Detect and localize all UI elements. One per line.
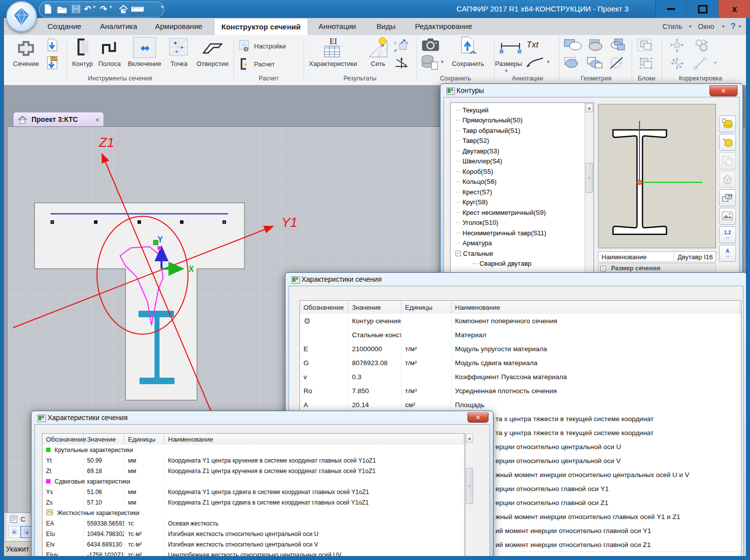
tree-item[interactable]: Кольцо(S6) bbox=[456, 177, 496, 187]
column-header[interactable]: Единицы bbox=[124, 434, 164, 445]
style-menu[interactable]: Стиль bbox=[662, 18, 682, 35]
show-dimensions-button[interactable]: 1.2↔ bbox=[719, 226, 736, 243]
tree-item[interactable]: Короб(S5) bbox=[456, 166, 493, 176]
axes-icon[interactable] bbox=[393, 55, 410, 70]
props2-scrollbar[interactable]: ▲ ≡ bbox=[465, 433, 474, 558]
tree-item[interactable]: Уголок(S10) bbox=[456, 218, 498, 228]
save-to-library-button[interactable] bbox=[719, 115, 736, 132]
pen-caret-icon[interactable]: ▾ bbox=[547, 58, 550, 66]
table-row[interactable]: Жесткостные характеристики bbox=[42, 508, 464, 519]
calculate-button[interactable]: ⚡ Расчет bbox=[239, 58, 274, 70]
maximize-button[interactable] bbox=[686, 0, 718, 18]
undo-icon[interactable]: ↶ bbox=[84, 3, 91, 15]
camera-icon[interactable] bbox=[421, 38, 440, 52]
projection-xy-button[interactable]: XY bbox=[719, 189, 736, 206]
database-icon[interactable] bbox=[420, 54, 439, 71]
inclusion-icon[interactable]: ◆◆ bbox=[133, 37, 156, 58]
save-icon[interactable] bbox=[72, 3, 80, 15]
column-header[interactable]: Значение bbox=[348, 301, 402, 314]
load-from-library-button[interactable] bbox=[719, 134, 736, 151]
point-button[interactable]: Точка bbox=[168, 60, 190, 67]
geometry-trim-icon[interactable] bbox=[607, 56, 627, 70]
column-header[interactable]: Обозначение bbox=[300, 301, 348, 314]
move-icon[interactable] bbox=[667, 38, 687, 53]
geometry-intersect-icon[interactable] bbox=[607, 38, 627, 52]
contours-close-button[interactable]: ✕ bbox=[710, 85, 738, 96]
table-row[interactable]: Yt50.99ммКоордината Y1 центра кручения в… bbox=[42, 455, 464, 466]
hole-icon[interactable] bbox=[201, 38, 224, 57]
save-section-icon[interactable] bbox=[458, 36, 478, 58]
snap-grid-button[interactable]: ✦ bbox=[8, 526, 20, 538]
props2-close-button[interactable]: ✕ bbox=[468, 413, 488, 423]
tree-item[interactable]: Тавр обратный(S1) bbox=[456, 125, 520, 135]
window-menu-caret-icon[interactable]: ▾ bbox=[722, 18, 724, 35]
tree-item[interactable]: Прямоугольный(S0) bbox=[456, 115, 522, 125]
dimensions-icon[interactable] bbox=[498, 39, 523, 54]
tab-creation[interactable]: Создание bbox=[44, 18, 84, 35]
table-row[interactable]: Стальные конструкцииМатериал bbox=[300, 328, 741, 342]
point-icon[interactable]: ✦✦✦ bbox=[168, 37, 189, 57]
dimensions-button[interactable]: Размеры bbox=[492, 60, 525, 67]
contour-icon[interactable] bbox=[73, 37, 92, 57]
edit-line-icon[interactable] bbox=[691, 56, 709, 71]
show-labels-button[interactable]: A↔ bbox=[719, 245, 736, 262]
tab-views[interactable]: Виды bbox=[374, 18, 398, 35]
collapse-icon[interactable]: − bbox=[600, 266, 606, 271]
expander-icon[interactable]: − bbox=[456, 251, 461, 256]
mesh-icon[interactable] bbox=[367, 36, 389, 59]
column-header[interactable]: Значение bbox=[84, 434, 124, 445]
tree-scroll-up-button[interactable]: ▲ bbox=[586, 103, 593, 112]
contours-tree[interactable]: ТекущийПрямоугольный(S0)Тавр обратный(S1… bbox=[450, 102, 594, 275]
table-row[interactable]: Ro7.850т/м³Усредненная плотность сечения bbox=[300, 384, 741, 398]
props2-scroll-thumb[interactable]: ≡ bbox=[466, 468, 473, 504]
size-section-row[interactable]: − Размер сечения bbox=[598, 263, 716, 273]
strip-button[interactable]: Полоса bbox=[96, 60, 123, 67]
contour-button[interactable]: Контур bbox=[69, 60, 96, 67]
table-row[interactable]: Zt69.18ммКоордината Z1 центра кручения в… bbox=[42, 466, 464, 477]
block-edit-icon[interactable] bbox=[636, 56, 657, 71]
pen-icon[interactable] bbox=[525, 56, 545, 69]
tree-item[interactable]: Сварной двутавр bbox=[472, 259, 532, 269]
section-preview[interactable] bbox=[598, 104, 716, 248]
tab-reinforcement[interactable]: Армирование bbox=[152, 18, 206, 35]
tree-item[interactable]: Круг(S8) bbox=[456, 197, 488, 207]
table-row[interactable]: ⚙Контур сеченияКомпонент поперечного сеч… bbox=[300, 314, 741, 328]
close-button[interactable]: x bbox=[718, 0, 750, 18]
adjust-caret-icon[interactable]: ▾ bbox=[714, 59, 716, 67]
table-row[interactable]: Крутильные характеристики bbox=[42, 445, 464, 456]
tree-item[interactable]: Тавр(S2) bbox=[456, 136, 489, 146]
strip-icon[interactable] bbox=[99, 37, 119, 57]
geometry-union-icon[interactable] bbox=[563, 38, 583, 52]
app-logo-orb[interactable] bbox=[6, 1, 37, 32]
props2-table[interactable]: ОбозначениеЗначениеЕдиницыНаименованиеКр… bbox=[42, 433, 465, 558]
rotate-icon[interactable] bbox=[691, 38, 711, 53]
database-caret-icon[interactable]: ▾ bbox=[441, 57, 444, 67]
import-dxf-icon[interactable]: DXF bbox=[43, 54, 61, 72]
window-menu[interactable]: Окно bbox=[698, 18, 714, 35]
column-header[interactable]: Наименование bbox=[164, 434, 464, 445]
table-row[interactable]: Сдвиговые характеристики bbox=[42, 476, 464, 487]
tab-section-designer[interactable]: Конструктор сечений bbox=[214, 18, 308, 35]
tree-item[interactable]: Крест несимметричный(S9) bbox=[456, 207, 546, 217]
geometry-merge-icon[interactable] bbox=[585, 38, 605, 52]
tree-scrollbar[interactable]: ▲ ≡ bbox=[584, 103, 594, 275]
tab-annotations[interactable]: Аннотации bbox=[316, 18, 359, 35]
table-row[interactable]: G8076923.08т/м²Модуль сдвига материала bbox=[300, 356, 741, 370]
document-tab-close-icon[interactable]: × bbox=[95, 115, 100, 124]
minimize-button[interactable] bbox=[655, 0, 686, 18]
undo-dropdown-icon[interactable]: ▾ bbox=[93, 1, 96, 13]
settings-button[interactable]: ⚙ Настройки bbox=[239, 40, 286, 52]
save-button[interactable]: Сохранить bbox=[446, 60, 490, 67]
section-icon[interactable] bbox=[13, 38, 39, 59]
zy-axes-icon[interactable]: zY bbox=[393, 38, 410, 53]
characteristics-icon[interactable]: EI bbox=[320, 36, 346, 59]
block-create-icon[interactable] bbox=[636, 38, 657, 53]
tree-item[interactable]: Текущий bbox=[456, 105, 488, 115]
open-folder-icon[interactable] bbox=[56, 3, 68, 15]
t-section-outline[interactable] bbox=[34, 203, 244, 400]
column-header[interactable]: Обозначение bbox=[42, 434, 84, 445]
preview-image-button[interactable] bbox=[719, 208, 736, 225]
tree-item[interactable]: Несимметричный тавр(S11) bbox=[456, 228, 546, 238]
name-value[interactable]: Двутавр I16 bbox=[678, 253, 713, 261]
tree-item[interactable]: Арматура bbox=[456, 238, 492, 248]
